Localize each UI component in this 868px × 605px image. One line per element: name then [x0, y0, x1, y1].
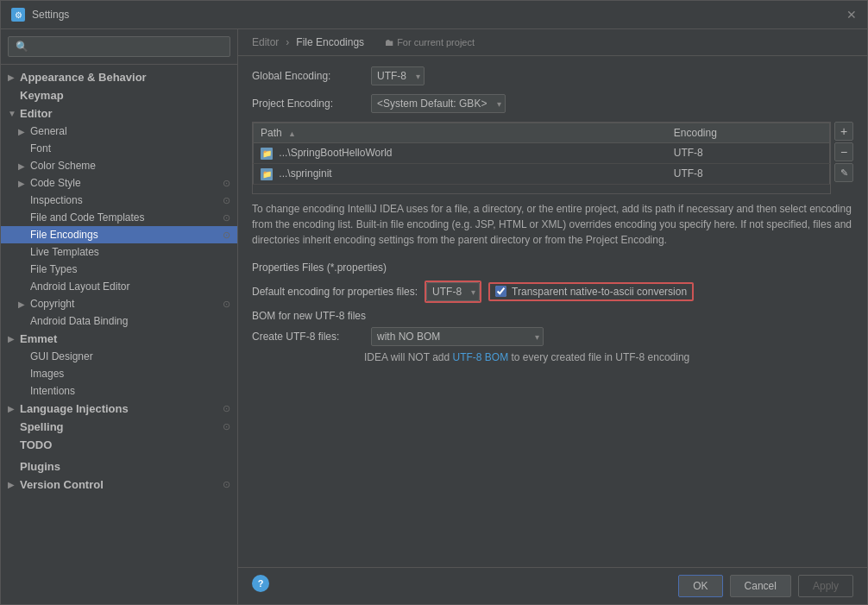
sidebar-item-label: Font — [30, 142, 230, 154]
cancel-button[interactable]: Cancel — [730, 575, 791, 597]
expand-arrow-icon: ▶ — [8, 480, 18, 489]
sidebar-item-label: Emmet — [20, 332, 230, 345]
bom-section: BOM for new UTF-8 files Create UTF-8 fil… — [252, 310, 853, 363]
settings-icon: ⊙ — [223, 479, 230, 490]
sidebar-item-label: GUI Designer — [30, 350, 230, 362]
sidebar-item-label: Version Control — [20, 478, 223, 491]
sidebar-item-android-data-binding[interactable]: Android Data Binding — [1, 312, 237, 330]
sidebar-item-label: Inspections — [30, 194, 223, 206]
expand-arrow-icon: ▶ — [18, 161, 28, 171]
sidebar-item-spelling[interactable]: Spelling ⊙ — [1, 418, 237, 436]
add-row-button[interactable]: + — [834, 122, 853, 141]
sidebar-item-general[interactable]: ▶ General — [1, 123, 237, 140]
project-encoding-select[interactable]: <System Default: GBK> — [371, 94, 506, 113]
properties-section-title: Properties Files (*.properties) — [252, 262, 853, 274]
folder-icon: 📁 — [261, 148, 273, 160]
sidebar-item-label: Appearance & Behavior — [20, 71, 230, 84]
bom-select[interactable]: with NO BOM — [371, 327, 544, 346]
global-encoding-row: Global Encoding: UTF-8 — [252, 66, 853, 85]
transparent-conversion-label[interactable]: Transparent native-to-ascii conversion — [512, 286, 687, 298]
sidebar-item-label: File Encodings — [30, 229, 223, 241]
sidebar-item-todo[interactable]: TODO — [1, 436, 237, 454]
main-content: ▶ Appearance & Behavior Keymap ▼ Editor … — [1, 29, 867, 604]
sidebar-item-file-types[interactable]: File Types — [1, 261, 237, 278]
sidebar-item-live-templates[interactable]: Live Templates — [1, 243, 237, 261]
table-row[interactable]: 📁 ...\springinit UTF-8 — [254, 163, 830, 184]
settings-icon: ⊙ — [223, 195, 230, 206]
breadcrumb-separator: › — [286, 36, 289, 48]
expand-arrow-icon: ▶ — [8, 404, 18, 413]
sidebar-item-version-control[interactable]: ▶ Version Control ⊙ — [1, 476, 237, 494]
sidebar-item-file-code-templates[interactable]: File and Code Templates ⊙ — [1, 209, 237, 226]
title-bar-left: ⚙ Settings — [11, 8, 69, 22]
expand-arrow-icon: ▶ — [8, 334, 18, 343]
sidebar-item-label: Spelling — [20, 420, 223, 433]
sidebar-item-label: Images — [30, 368, 230, 380]
settings-icon: ⊙ — [223, 299, 230, 310]
settings-icon: ⊙ — [223, 421, 230, 432]
help-button[interactable]: ? — [252, 575, 269, 592]
sidebar-item-label: Copyright — [30, 298, 223, 310]
sidebar-item-keymap[interactable]: Keymap — [1, 86, 237, 104]
settings-content-area: Global Encoding: UTF-8 Project Encoding:… — [238, 56, 867, 567]
window-title: Settings — [32, 9, 69, 21]
search-input[interactable] — [8, 36, 230, 57]
sidebar-item-plugins[interactable]: Plugins — [1, 457, 237, 476]
sidebar-item-code-style[interactable]: ▶ Code Style ⊙ — [1, 174, 237, 192]
sidebar-item-label: Android Layout Editor — [30, 280, 230, 293]
properties-encoding-select[interactable]: UTF-8 — [426, 282, 480, 301]
expand-arrow-icon: ▶ — [8, 72, 18, 82]
sidebar-item-emmet[interactable]: ▶ Emmet — [1, 330, 237, 348]
global-encoding-select[interactable]: UTF-8 — [371, 66, 425, 85]
sidebar-item-file-encodings[interactable]: File Encodings ⊙ — [1, 226, 237, 243]
info-text: To change encoding IntelliJ IDEA uses fo… — [252, 194, 853, 255]
sidebar-item-intentions[interactable]: Intentions — [1, 382, 237, 400]
sidebar-item-gui-designer[interactable]: GUI Designer — [1, 348, 237, 365]
sidebar-item-editor[interactable]: ▼ Editor — [1, 104, 237, 123]
sidebar-item-label: File and Code Templates — [30, 211, 223, 224]
transparent-conversion-checkbox-wrapper: Transparent native-to-ascii conversion — [488, 282, 694, 301]
bom-link[interactable]: UTF-8 BOM — [452, 351, 508, 363]
table-row[interactable]: 📁 ...\SpringBootHelloWorld UTF-8 — [254, 143, 830, 164]
sidebar-item-android-layout-editor[interactable]: Android Layout Editor — [1, 278, 237, 295]
apply-button[interactable]: Apply — [798, 575, 853, 597]
settings-icon: ⊙ — [223, 178, 230, 189]
title-bar: ⚙ Settings ✕ — [1, 1, 867, 29]
expand-arrow-icon: ▶ — [18, 179, 28, 188]
sidebar-item-language-injections[interactable]: ▶ Language Injections ⊙ — [1, 400, 237, 418]
sidebar-item-label: File Types — [30, 263, 230, 275]
expand-arrow-icon: ▶ — [18, 299, 28, 309]
project-encoding-row: Project Encoding: <System Default: GBK> — [252, 94, 853, 113]
create-utf8-row: Create UTF-8 files: with NO BOM — [252, 327, 853, 346]
sidebar-item-label: Code Style — [30, 177, 223, 189]
sidebar-item-inspections[interactable]: Inspections ⊙ — [1, 192, 237, 209]
breadcrumb-for-project: 🖿 For current project — [385, 37, 475, 47]
sidebar-item-color-scheme[interactable]: ▶ Color Scheme — [1, 157, 237, 174]
remove-row-button[interactable]: − — [834, 142, 853, 161]
settings-icon: ⊙ — [223, 230, 230, 241]
bom-section-title: BOM for new UTF-8 files — [252, 310, 853, 322]
table-action-buttons: + − ✎ — [834, 122, 853, 194]
bom-note-prefix: IDEA will NOT add — [364, 351, 452, 363]
sidebar-item-appearance[interactable]: ▶ Appearance & Behavior — [1, 68, 237, 86]
close-button[interactable]: ✕ — [846, 8, 857, 22]
sidebar-item-label: Language Injections — [20, 402, 223, 415]
sidebar-item-label: Android Data Binding — [30, 315, 230, 327]
sort-arrow-icon: ▲ — [288, 129, 296, 138]
ok-button[interactable]: OK — [678, 575, 722, 597]
sidebar-item-label: Intentions — [30, 385, 230, 397]
encoding-table-wrapper: Path ▲ Encoding 📁 . — [252, 122, 853, 194]
transparent-conversion-checkbox[interactable] — [495, 286, 506, 297]
table-cell-encoding: UTF-8 — [667, 163, 830, 184]
sidebar-item-images[interactable]: Images — [1, 365, 237, 382]
breadcrumb-parent: Editor — [252, 36, 279, 48]
default-encoding-label: Default encoding for properties files: — [252, 286, 418, 298]
global-encoding-select-wrapper: UTF-8 — [371, 66, 425, 85]
sidebar-item-font[interactable]: Font — [1, 140, 237, 157]
main-panel: Editor › File Encodings 🖿 For current pr… — [238, 29, 867, 604]
breadcrumb: Editor › File Encodings 🖿 For current pr… — [238, 29, 867, 56]
col-encoding-header: Encoding — [667, 123, 830, 143]
edit-row-button[interactable]: ✎ — [834, 163, 853, 182]
sidebar-item-copyright[interactable]: ▶ Copyright ⊙ — [1, 295, 237, 312]
sidebar-item-label: TODO — [20, 438, 230, 451]
